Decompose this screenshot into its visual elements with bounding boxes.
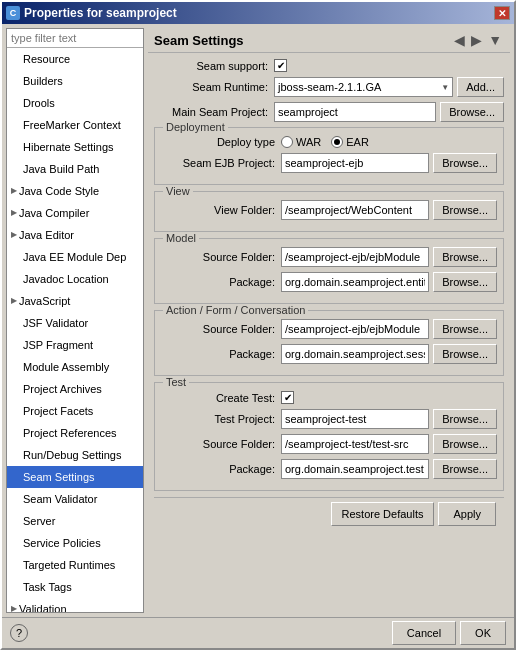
model-source-input[interactable] bbox=[281, 247, 429, 267]
sidebar-item-module-assembly[interactable]: Module Assembly bbox=[7, 356, 143, 378]
close-button[interactable]: ✕ bbox=[494, 6, 510, 20]
back-button[interactable]: ◀ bbox=[452, 32, 467, 48]
seam-support-checkbox[interactable]: ✔ bbox=[274, 59, 287, 72]
action-content: Source Folder: Browse... Package: Browse… bbox=[161, 319, 497, 364]
war-option[interactable]: WAR bbox=[281, 136, 321, 148]
sidebar-item-java-compiler[interactable]: Java Compiler bbox=[7, 202, 143, 224]
test-project-browse-button[interactable]: Browse... bbox=[433, 409, 497, 429]
view-content: View Folder: Browse... bbox=[161, 200, 497, 220]
action-package-row: Package: Browse... bbox=[161, 344, 497, 364]
main-seam-project-control: Browse... bbox=[274, 102, 504, 122]
sidebar-item-drools[interactable]: Drools bbox=[7, 92, 143, 114]
title-bar: C Properties for seamproject ✕ bbox=[2, 2, 514, 24]
sidebar-item-builders[interactable]: Builders bbox=[7, 70, 143, 92]
seam-ejb-row: Seam EJB Project: Browse... bbox=[161, 153, 497, 173]
dropdown-button[interactable]: ▼ bbox=[486, 32, 504, 48]
seam-runtime-label: Seam Runtime: bbox=[154, 81, 274, 93]
sidebar-item-javascript[interactable]: JavaScript bbox=[7, 290, 143, 312]
left-nav-panel: Resource Builders Drools FreeMarker Cont… bbox=[6, 28, 144, 613]
view-section: View View Folder: Browse... bbox=[154, 191, 504, 232]
model-package-input[interactable] bbox=[281, 272, 429, 292]
sidebar-item-freemarker[interactable]: FreeMarker Context bbox=[7, 114, 143, 136]
deploy-type-row: Deploy type WAR EAR bbox=[161, 136, 497, 148]
war-radio[interactable] bbox=[281, 136, 293, 148]
action-section: Action / Form / Conversation Source Fold… bbox=[154, 310, 504, 376]
seam-ejb-label: Seam EJB Project: bbox=[161, 157, 281, 169]
seam-runtime-dropdown[interactable]: jboss-seam-2.1.1.GA ▼ bbox=[274, 77, 453, 97]
main-project-browse-button[interactable]: Browse... bbox=[440, 102, 504, 122]
restore-defaults-button[interactable]: Restore Defaults bbox=[331, 502, 435, 526]
title-bar-left: C Properties for seamproject bbox=[6, 6, 177, 20]
sidebar-item-task-tags[interactable]: Task Tags bbox=[7, 576, 143, 598]
action-source-control: Browse... bbox=[281, 319, 497, 339]
sidebar-item-java-build-path[interactable]: Java Build Path bbox=[7, 158, 143, 180]
action-package-label: Package: bbox=[161, 348, 281, 360]
test-project-input[interactable] bbox=[281, 409, 429, 429]
action-package-browse-button[interactable]: Browse... bbox=[433, 344, 497, 364]
model-source-row: Source Folder: Browse... bbox=[161, 247, 497, 267]
test-package-browse-button[interactable]: Browse... bbox=[433, 459, 497, 479]
sidebar-item-project-references[interactable]: Project References bbox=[7, 422, 143, 444]
view-folder-input[interactable] bbox=[281, 200, 429, 220]
sidebar-item-project-facets[interactable]: Project Facets bbox=[7, 400, 143, 422]
sidebar-item-jsf-validator[interactable]: JSF Validator bbox=[7, 312, 143, 334]
view-browse-button[interactable]: Browse... bbox=[433, 200, 497, 220]
ejb-browse-button[interactable]: Browse... bbox=[433, 153, 497, 173]
create-test-label: Create Test: bbox=[161, 392, 281, 404]
sidebar-item-hibernate[interactable]: Hibernate Settings bbox=[7, 136, 143, 158]
deployment-content: Deploy type WAR EAR bbox=[161, 136, 497, 173]
test-project-control: Browse... bbox=[281, 409, 497, 429]
test-package-input[interactable] bbox=[281, 459, 429, 479]
help-button[interactable]: ? bbox=[10, 624, 28, 642]
sidebar-item-seam-settings[interactable]: Seam Settings bbox=[7, 466, 143, 488]
ear-label: EAR bbox=[346, 136, 369, 148]
bottom-action-buttons: Restore Defaults Apply bbox=[154, 497, 504, 530]
panel-title: Seam Settings bbox=[154, 33, 244, 48]
sidebar-item-java-code-style[interactable]: Java Code Style bbox=[7, 180, 143, 202]
create-test-control: ✔ bbox=[281, 391, 497, 404]
sidebar-item-java-editor[interactable]: Java Editor bbox=[7, 224, 143, 246]
main-seam-project-input[interactable] bbox=[274, 102, 436, 122]
test-source-control: Browse... bbox=[281, 434, 497, 454]
sidebar-item-jsp-fragment[interactable]: JSP Fragment bbox=[7, 334, 143, 356]
filter-input[interactable] bbox=[7, 29, 143, 48]
action-source-browse-button[interactable]: Browse... bbox=[433, 319, 497, 339]
model-package-browse-button[interactable]: Browse... bbox=[433, 272, 497, 292]
test-package-control: Browse... bbox=[281, 459, 497, 479]
sidebar-item-validation[interactable]: Validation bbox=[7, 598, 143, 613]
action-source-input[interactable] bbox=[281, 319, 429, 339]
model-source-browse-button[interactable]: Browse... bbox=[433, 247, 497, 267]
model-source-label: Source Folder: bbox=[161, 251, 281, 263]
ear-radio[interactable] bbox=[331, 136, 343, 148]
sidebar-item-run-debug[interactable]: Run/Debug Settings bbox=[7, 444, 143, 466]
action-package-input[interactable] bbox=[281, 344, 429, 364]
test-project-row: Test Project: Browse... bbox=[161, 409, 497, 429]
test-source-browse-button[interactable]: Browse... bbox=[433, 434, 497, 454]
sidebar-item-project-archives[interactable]: Project Archives bbox=[7, 378, 143, 400]
model-section: Model Source Folder: Browse... Package: bbox=[154, 238, 504, 304]
create-test-checkbox[interactable]: ✔ bbox=[281, 391, 294, 404]
settings-content: Seam support: ✔ Seam Runtime: jboss-seam… bbox=[148, 53, 510, 613]
test-source-input[interactable] bbox=[281, 434, 429, 454]
model-section-label: Model bbox=[163, 232, 199, 244]
deploy-type-control: WAR EAR bbox=[281, 136, 497, 148]
test-source-row: Source Folder: Browse... bbox=[161, 434, 497, 454]
sidebar-item-java-ee-module[interactable]: Java EE Module Dep bbox=[7, 246, 143, 268]
model-package-row: Package: Browse... bbox=[161, 272, 497, 292]
apply-button[interactable]: Apply bbox=[438, 502, 496, 526]
sidebar-item-targeted-runtimes[interactable]: Targeted Runtimes bbox=[7, 554, 143, 576]
sidebar-item-service-policies[interactable]: Service Policies bbox=[7, 532, 143, 554]
view-folder-label: View Folder: bbox=[161, 204, 281, 216]
cancel-button[interactable]: Cancel bbox=[392, 621, 456, 645]
war-label: WAR bbox=[296, 136, 321, 148]
sidebar-item-resource[interactable]: Resource bbox=[7, 48, 143, 70]
sidebar-item-javadoc[interactable]: Javadoc Location bbox=[7, 268, 143, 290]
forward-button[interactable]: ▶ bbox=[469, 32, 484, 48]
ear-option[interactable]: EAR bbox=[331, 136, 369, 148]
sidebar-item-server[interactable]: Server bbox=[7, 510, 143, 532]
ok-button[interactable]: OK bbox=[460, 621, 506, 645]
seam-ejb-input[interactable] bbox=[281, 153, 429, 173]
add-button[interactable]: Add... bbox=[457, 77, 504, 97]
sidebar-item-seam-validator[interactable]: Seam Validator bbox=[7, 488, 143, 510]
window-icon: C bbox=[6, 6, 20, 20]
